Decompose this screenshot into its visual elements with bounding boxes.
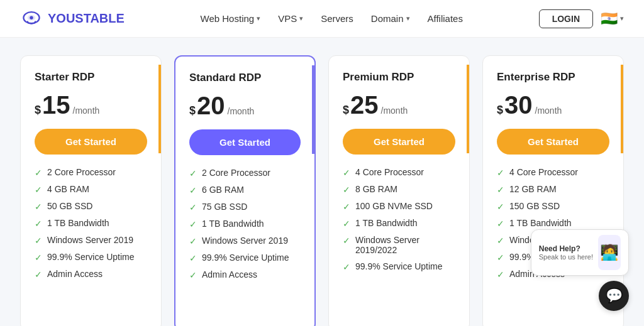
feature-item: ✓ Windows Server 2019 bbox=[35, 235, 147, 246]
feature-item: ✓ 1 TB Bandwidth bbox=[189, 219, 301, 229]
get-started-btn-enterprise[interactable]: Get Started bbox=[497, 129, 609, 155]
chat-widget: Need Help? Speak to us here! 🧑‍💻 💬 bbox=[531, 229, 629, 311]
check-icon: ✓ bbox=[35, 202, 42, 212]
feature-text: 1 TB Bandwidth bbox=[47, 218, 109, 228]
feature-item: ✓ 6 GB RAM bbox=[189, 185, 301, 195]
feature-item: ✓ 4 GB RAM bbox=[35, 184, 147, 195]
feature-item: ✓ 100 GB NVMe SSD bbox=[343, 201, 455, 212]
plan-name-standard: Standard RDP bbox=[189, 72, 301, 84]
flag-selector[interactable]: 🇮🇳 ▾ bbox=[601, 11, 624, 27]
feature-text: 1 TB Bandwidth bbox=[509, 218, 572, 228]
feature-text: 99.9% Service Uptime bbox=[47, 252, 135, 262]
login-button[interactable]: LOGIN bbox=[539, 9, 593, 28]
feature-item: ✓ 2 Core Processor bbox=[189, 168, 301, 178]
feature-item: ✓ 50 GB SSD bbox=[35, 201, 147, 212]
feature-item: ✓ 75 GB SSD bbox=[189, 202, 301, 212]
feature-item: ✓ 99.9% Service Uptime bbox=[343, 261, 455, 272]
check-icon: ✓ bbox=[35, 219, 42, 229]
svg-point-2 bbox=[30, 16, 33, 19]
feature-text: 4 Core Processor bbox=[509, 167, 578, 177]
feature-text: 150 GB SSD bbox=[509, 201, 560, 211]
feature-item: ✓ 1 TB Bandwidth bbox=[343, 218, 455, 229]
ribbon-enterprise: 90 days Free RDP bbox=[621, 65, 624, 153]
plan-price-enterprise: $ 30 /month bbox=[497, 92, 609, 117]
feature-item: ✓ 4 Core Processor bbox=[343, 167, 455, 178]
get-started-btn-starter[interactable]: Get Started bbox=[35, 129, 147, 155]
chat-bubble: Need Help? Speak to us here! 🧑‍💻 bbox=[531, 229, 629, 276]
check-icon: ✓ bbox=[189, 202, 197, 212]
price-amount-premium: 25 bbox=[350, 92, 379, 117]
nav-item-vps[interactable]: VPS▾ bbox=[278, 13, 303, 24]
check-icon: ✓ bbox=[35, 253, 42, 263]
feature-item: ✓ Admin Access bbox=[35, 269, 147, 280]
price-amount-enterprise: 30 bbox=[504, 92, 533, 117]
check-icon: ✓ bbox=[343, 219, 350, 229]
chat-button-icon: 💬 bbox=[606, 288, 623, 304]
logo[interactable]: YOUSTABLE bbox=[20, 8, 125, 30]
feature-text: 2 Core Processor bbox=[47, 167, 116, 177]
feature-item: ✓ 8 GB RAM bbox=[343, 184, 455, 195]
check-icon: ✓ bbox=[35, 185, 42, 195]
feature-text: 75 GB SSD bbox=[202, 202, 247, 212]
main-nav: Web Hosting▾VPS▾ServersDomain▾Affiliates bbox=[201, 13, 463, 24]
check-icon: ✓ bbox=[343, 168, 350, 178]
price-period-premium: /month bbox=[381, 106, 408, 116]
feature-text: Windows Server 2019 bbox=[47, 235, 133, 245]
feature-text: 99.9% Service Uptime bbox=[355, 261, 443, 271]
feature-text: 2 Core Processor bbox=[202, 168, 270, 178]
price-dollar-starter: $ bbox=[35, 104, 41, 117]
feature-item: ✓ Windows Server 2019/2022 bbox=[343, 235, 455, 255]
feature-item: ✓ 2 Core Processor bbox=[35, 167, 147, 178]
feature-item: ✓ 99.9% Service Uptime bbox=[35, 252, 147, 263]
feature-item: ✓ 4 Core Processor bbox=[497, 167, 609, 178]
check-icon: ✓ bbox=[343, 185, 350, 195]
nav-chevron: ▾ bbox=[406, 14, 410, 23]
price-dollar-standard: $ bbox=[189, 104, 196, 117]
check-icon: ✓ bbox=[35, 168, 42, 178]
check-icon: ✓ bbox=[497, 185, 504, 195]
check-icon: ✓ bbox=[497, 219, 504, 229]
check-icon: ✓ bbox=[35, 269, 42, 280]
features-list-standard: ✓ 2 Core Processor ✓ 6 GB RAM ✓ 75 GB SS… bbox=[189, 168, 301, 280]
check-icon: ✓ bbox=[189, 219, 197, 229]
feature-item: ✓ 1 TB Bandwidth bbox=[35, 218, 147, 229]
features-list-starter: ✓ 2 Core Processor ✓ 4 GB RAM ✓ 50 GB SS… bbox=[35, 167, 147, 280]
check-icon: ✓ bbox=[343, 236, 350, 246]
features-list-premium: ✓ 4 Core Processor ✓ 8 GB RAM ✓ 100 GB N… bbox=[343, 167, 455, 272]
header: YOUSTABLE Web Hosting▾VPS▾ServersDomain▾… bbox=[0, 0, 644, 38]
get-started-btn-standard[interactable]: Get Started bbox=[189, 129, 301, 155]
feature-text: 99.9% Service Uptime bbox=[202, 253, 289, 263]
ribbon-standard: 90 days Free RDP bbox=[312, 65, 316, 154]
feature-text: Windows Server 2019 bbox=[202, 236, 288, 246]
price-period-enterprise: /month bbox=[535, 106, 562, 116]
get-started-btn-premium[interactable]: Get Started bbox=[343, 129, 455, 155]
plan-card-premium: 90 days Free RDPPremium RDP $ 25 /month … bbox=[328, 55, 470, 326]
flag-chevron: ▾ bbox=[620, 14, 624, 23]
plan-price-premium: $ 25 /month bbox=[343, 92, 455, 117]
check-icon: ✓ bbox=[497, 202, 504, 212]
feature-text: 4 GB RAM bbox=[47, 184, 89, 194]
feature-text: 1 TB Bandwidth bbox=[202, 219, 264, 229]
nav-chevron: ▾ bbox=[299, 14, 303, 23]
plan-name-starter: Starter RDP bbox=[35, 71, 147, 84]
check-icon: ✓ bbox=[497, 168, 504, 178]
nav-item-domain[interactable]: Domain▾ bbox=[371, 13, 410, 24]
price-period-standard: /month bbox=[228, 106, 255, 116]
price-amount-starter: 15 bbox=[42, 92, 70, 117]
chat-need-help: Need Help? bbox=[539, 244, 593, 253]
chat-open-button[interactable]: 💬 bbox=[599, 281, 629, 311]
nav-item-affiliates[interactable]: Affiliates bbox=[428, 13, 463, 24]
feature-item: ✓ 99.9% Service Uptime bbox=[189, 253, 301, 263]
price-amount-standard: 20 bbox=[197, 93, 225, 118]
plan-card-starter: 90 days Free RDPStarter RDP $ 15 /month … bbox=[20, 55, 162, 326]
check-icon: ✓ bbox=[189, 185, 197, 195]
nav-item-web-hosting[interactable]: Web Hosting▾ bbox=[201, 13, 261, 24]
check-icon: ✓ bbox=[189, 236, 197, 246]
feature-text: 50 GB SSD bbox=[47, 201, 92, 211]
header-right: LOGIN 🇮🇳 ▾ bbox=[539, 9, 624, 28]
feature-item: ✓ 1 TB Bandwidth bbox=[497, 218, 609, 229]
nav-item-servers[interactable]: Servers bbox=[321, 13, 353, 24]
feature-text: Admin Access bbox=[202, 269, 257, 280]
check-icon: ✓ bbox=[189, 270, 197, 280]
logo-text: YOUSTABLE bbox=[48, 11, 125, 26]
